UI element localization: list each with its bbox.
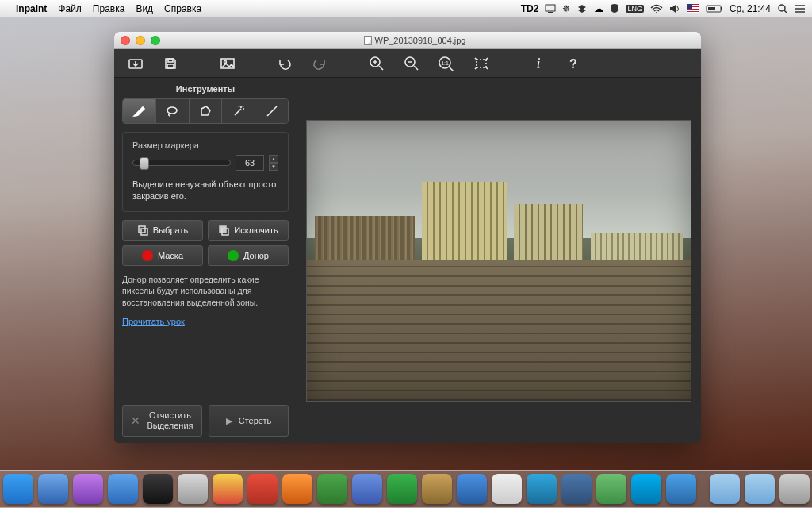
svg-rect-5 [708, 7, 715, 10]
svg-rect-32 [141, 229, 147, 235]
dock-app-mail[interactable] [178, 474, 208, 504]
mask-color-swatch [142, 250, 153, 261]
dock-app-devon[interactable] [352, 474, 382, 504]
tray-input-flag-icon[interactable] [687, 4, 699, 13]
image-canvas[interactable] [306, 120, 691, 402]
dock-app-telegram[interactable] [527, 474, 557, 504]
titlebar[interactable]: WP_20130918_004.jpg [114, 32, 701, 49]
tray-evernote-icon[interactable] [610, 3, 619, 14]
close-icon: ✕ [131, 414, 140, 427]
exclude-button[interactable]: Исключить [208, 220, 289, 241]
svg-rect-0 [546, 5, 555, 11]
dock-app-docs-folder[interactable] [745, 474, 775, 504]
dock-app-skype[interactable] [631, 474, 661, 504]
tray-cloud-icon[interactable]: ☁ [594, 3, 603, 14]
menu-edit[interactable]: Правка [93, 3, 125, 14]
hint-text-2: Донор позволяет определить какие пикселы… [122, 274, 289, 309]
svg-line-30 [267, 106, 277, 116]
undo-button[interactable] [274, 53, 295, 74]
tray-volume-icon[interactable] [669, 4, 680, 13]
dock-app-trash[interactable] [779, 474, 810, 504]
dock-wrap [0, 470, 812, 508]
svg-line-21 [414, 66, 418, 70]
svg-rect-26 [477, 60, 486, 67]
marker-size-label: Размер маркера [132, 140, 278, 150]
tray-bluetooth-icon[interactable]: ✵ [562, 3, 570, 14]
tray-spotlight-icon[interactable] [777, 3, 788, 14]
marker-size-value[interactable]: 63 [236, 155, 264, 171]
svg-text:1:1: 1:1 [441, 60, 449, 66]
zoom-in-button[interactable] [366, 53, 387, 74]
dock-app-vk[interactable] [561, 474, 592, 504]
hint-text-1: Выделите ненужный объект просто закрасив… [132, 179, 278, 203]
tray-display-icon[interactable] [545, 4, 556, 13]
tool-line[interactable] [255, 99, 288, 123]
svg-rect-4 [721, 7, 722, 10]
dock-app-flame[interactable] [282, 474, 312, 504]
dock-app-tweetbot[interactable] [666, 474, 696, 504]
tray-lang-icon[interactable]: LNG [626, 5, 644, 13]
tray-wifi-icon[interactable] [650, 4, 663, 13]
info-button[interactable]: i [528, 53, 549, 74]
help-button[interactable]: ? [563, 53, 584, 74]
dock-app-calendar[interactable] [492, 474, 522, 504]
svg-line-7 [784, 10, 787, 13]
donor-button[interactable]: Донор [208, 245, 289, 266]
tray-dropbox-icon[interactable] [576, 4, 588, 13]
tool-marker[interactable] [123, 99, 156, 123]
dock-app-evernote[interactable] [317, 474, 347, 504]
marker-size-slider[interactable] [132, 160, 231, 166]
dock-app-chrome[interactable] [213, 474, 243, 504]
zoom-out-button[interactable] [401, 53, 422, 74]
app-window: WP_20130918_004.jpg 1:1 i ? Инструменты [114, 32, 701, 443]
tray-menu-icon[interactable] [795, 4, 806, 13]
image-button[interactable] [217, 53, 238, 74]
mask-button[interactable]: Маска [122, 245, 203, 266]
dock-app-basket[interactable] [422, 474, 452, 504]
donor-color-swatch [228, 250, 239, 261]
tool-row [122, 98, 289, 124]
open-button[interactable] [125, 53, 146, 74]
dock-app-appstore[interactable] [108, 474, 138, 504]
select-button[interactable]: Выбрать [122, 220, 203, 241]
dock-app-itunes[interactable] [73, 474, 103, 504]
dock-app-finder[interactable] [3, 474, 33, 504]
marker-size-stepper[interactable]: ▲▼ [269, 155, 278, 171]
dock-app-steam[interactable] [143, 474, 173, 504]
menubar-tray: TD2 ✵ ☁ LNG Ср, 21:44 [521, 3, 806, 14]
dock-app-preview[interactable] [457, 474, 487, 504]
dock-app-numbers[interactable] [387, 474, 417, 504]
zoom-actual-button[interactable]: 1:1 [436, 53, 457, 74]
zoom-fit-button[interactable] [471, 53, 492, 74]
tray-td-icon[interactable]: TD2 [521, 3, 539, 14]
window-zoom-button[interactable] [151, 36, 160, 45]
dock-app-dl-folder[interactable] [710, 474, 740, 504]
menu-view[interactable]: Вид [136, 3, 153, 14]
tray-clock[interactable]: Ср, 21:44 [730, 3, 771, 14]
redo-button[interactable] [309, 53, 330, 74]
svg-rect-1 [548, 12, 553, 13]
window-close-button[interactable] [121, 36, 130, 45]
svg-rect-33 [220, 226, 226, 233]
tool-wand[interactable] [222, 99, 255, 123]
svg-rect-31 [139, 226, 145, 233]
tutorial-link[interactable]: Прочитать урок [122, 317, 289, 326]
dock-app-safari[interactable] [38, 474, 68, 504]
save-button[interactable] [160, 53, 181, 74]
tray-battery-icon[interactable] [706, 4, 723, 13]
window-minimize-button[interactable] [136, 36, 145, 45]
marker-settings: Размер маркера 63 ▲▼ Выделите ненужный о… [122, 132, 289, 212]
menu-file[interactable]: Файл [58, 3, 82, 14]
menu-help[interactable]: Справка [164, 3, 201, 14]
tool-polygon[interactable] [190, 99, 223, 123]
toolbar: 1:1 i ? [114, 49, 701, 78]
erase-button[interactable]: ▶ Стереть [209, 405, 289, 437]
app-name[interactable]: Inpaint [16, 3, 47, 14]
tool-lasso[interactable] [156, 99, 190, 123]
dock-divider [703, 474, 703, 504]
dock-app-todoist[interactable] [247, 474, 278, 504]
dock-app-writer[interactable] [596, 474, 626, 504]
tools-title: Инструменты [122, 84, 289, 94]
clear-selection-button[interactable]: ✕ ОтчиститьВыделения [122, 405, 202, 437]
document-icon [364, 36, 372, 45]
